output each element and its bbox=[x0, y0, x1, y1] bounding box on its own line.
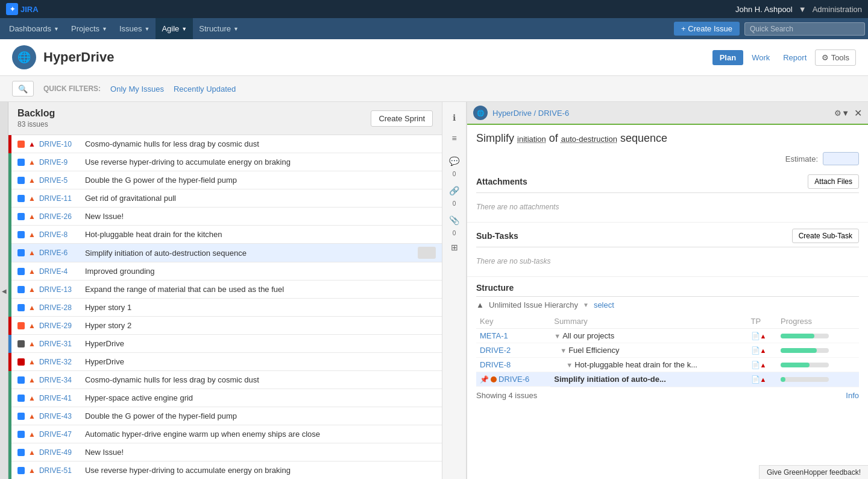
issue-drive-26[interactable]: ▲ DRIVE-26 New Issue! bbox=[11, 208, 442, 226]
info-icon[interactable]: ℹ bbox=[445, 108, 464, 127]
report-button[interactable]: Report bbox=[778, 50, 811, 65]
summary: Double the G power of the hyper-field pu… bbox=[85, 176, 436, 185]
priority-icon: ▲ bbox=[28, 358, 36, 366]
estimate-input[interactable] bbox=[823, 152, 859, 165]
col-progress: Progress bbox=[777, 314, 849, 329]
summary: Hyper story 1 bbox=[85, 303, 436, 312]
page-header-left: 🌐 HyperDrive bbox=[12, 45, 114, 69]
issue-drive-34[interactable]: ▲ DRIVE-34 Cosmo-dynamic hulls for less … bbox=[11, 371, 442, 389]
project-small-icon: 🌐 bbox=[473, 106, 488, 120]
issue-drive-28[interactable]: ▲ DRIVE-28 Hyper story 1 bbox=[11, 299, 442, 317]
summary-drive2: ▼ Fuel Efficiency bbox=[550, 343, 747, 358]
attachment-side-icon[interactable]: 📎 bbox=[445, 211, 464, 230]
issue-drive-6[interactable]: ▲ DRIVE-6 Simplify initiation of auto-de… bbox=[11, 244, 442, 262]
key: DRIVE-49 bbox=[39, 448, 81, 457]
subtasks-title: Sub-Tasks bbox=[476, 231, 518, 241]
key-drive8[interactable]: DRIVE-8 bbox=[480, 360, 511, 369]
issue-drive-9[interactable]: ▲ DRIVE-9 Use reverse hyper-driving to a… bbox=[11, 153, 442, 171]
main-content: ◀ Backlog 83 issues Create Sprint ▲ DRIV… bbox=[0, 102, 868, 479]
link-icon[interactable]: 🔗 bbox=[445, 181, 464, 200]
issue-drive-49[interactable]: ▲ DRIVE-49 New Issue! bbox=[11, 443, 442, 462]
issue-drive-32[interactable]: ▲ DRIVE-32 HyperDrive bbox=[11, 353, 442, 371]
side-icon-panel: ℹ ≡ 💬 0 🔗 0 📎 0 ⊞ bbox=[442, 102, 467, 479]
info-link[interactable]: Info bbox=[846, 391, 859, 400]
user-name[interactable]: John H. Ashpool bbox=[735, 5, 793, 14]
showing-count: Showing 4 issues bbox=[476, 391, 537, 400]
comment-icon[interactable]: 💬 bbox=[445, 151, 464, 171]
table-row: DRIVE-8 ▼ Hot-pluggable heat drain for t… bbox=[476, 358, 859, 372]
issue-drive-47[interactable]: ▲ DRIVE-47 Automatic hyper-drive engine … bbox=[11, 425, 442, 443]
dashboards-arrow: ▼ bbox=[54, 26, 59, 32]
plan-button[interactable]: Plan bbox=[712, 50, 743, 65]
detail-breadcrumb[interactable]: HyperDrive / DRIVE-6 bbox=[492, 109, 569, 118]
issue-drive-5[interactable]: ▲ DRIVE-5 Double the G power of the hype… bbox=[11, 171, 442, 189]
create-issue-button[interactable]: + Create Issue bbox=[674, 22, 740, 36]
feedback-bar[interactable]: Give GreenHopper feedback! bbox=[759, 465, 868, 479]
list-item: ▲ DRIVE-28 Hyper story 1 bbox=[8, 299, 442, 317]
type-icon bbox=[17, 213, 25, 220]
type-icon bbox=[17, 286, 25, 293]
type-icon bbox=[17, 159, 25, 166]
work-button[interactable]: Work bbox=[747, 50, 775, 65]
issue-drive-31[interactable]: ▲ DRIVE-31 HyperDrive bbox=[11, 335, 442, 353]
list-item: ▲ DRIVE-4 Improved grounding bbox=[8, 262, 442, 281]
issue-handle[interactable] bbox=[418, 247, 436, 259]
quick-search-input[interactable] bbox=[744, 22, 865, 36]
description-icon[interactable]: ≡ bbox=[445, 128, 464, 148]
collapse-icon[interactable]: ▲ bbox=[476, 300, 484, 309]
second-nav: Dashboards ▼ Projects ▼ Issues ▼ Agile ▼… bbox=[0, 18, 868, 39]
key-drive6-structure[interactable]: DRIVE-6 bbox=[498, 375, 529, 384]
list-item: ▲ DRIVE-26 New Issue! bbox=[8, 208, 442, 226]
sidebar-toggle[interactable]: ◀ bbox=[0, 102, 8, 479]
priority-icon: ▲ bbox=[28, 394, 36, 402]
jira-logo[interactable]: ✦ JIRA bbox=[6, 3, 39, 15]
project-title: HyperDrive bbox=[43, 49, 114, 65]
settings-icon[interactable]: ⚙▼ bbox=[834, 109, 849, 118]
issue-drive-29[interactable]: ▲ DRIVE-29 Hyper story 2 bbox=[11, 317, 442, 335]
close-icon[interactable]: ✕ bbox=[854, 107, 862, 119]
type-icon bbox=[17, 358, 25, 366]
backlog-title-area: Backlog 83 issues bbox=[17, 108, 55, 128]
logo-icon: ✦ bbox=[6, 3, 18, 15]
issue-drive-13[interactable]: ▲ DRIVE-13 Expand the range of material … bbox=[11, 281, 442, 299]
summary: New Issue! bbox=[85, 448, 436, 457]
attach-files-button[interactable]: Attach Files bbox=[808, 174, 859, 189]
filter-my-issues[interactable]: Only My Issues bbox=[110, 84, 164, 94]
issue-drive-41[interactable]: ▲ DRIVE-41 Hyper-space active engine gri… bbox=[11, 389, 442, 407]
structure-side-icon[interactable]: ⊞ bbox=[445, 238, 464, 257]
nav-issues[interactable]: Issues ▼ bbox=[113, 18, 156, 39]
admin-link[interactable]: Administration bbox=[813, 5, 862, 14]
dropdown-arrow-structure[interactable]: ▼ bbox=[583, 302, 589, 308]
search-box[interactable]: 🔍 bbox=[12, 81, 34, 97]
nav-projects[interactable]: Projects ▼ bbox=[65, 18, 113, 39]
list-item: ▲ DRIVE-11 Get rid of gravitational pull bbox=[8, 189, 442, 208]
create-subtask-button[interactable]: Create Sub-Task bbox=[792, 229, 859, 243]
user-dropdown-arrow[interactable]: ▼ bbox=[799, 5, 807, 14]
detail-header-top: 🌐 HyperDrive / DRIVE-6 ⚙▼ ✕ bbox=[467, 102, 868, 125]
filter-recently-updated[interactable]: Recently Updated bbox=[174, 84, 236, 94]
issue-drive-51[interactable]: ▲ DRIVE-51 Use reverse hyper-driving to … bbox=[11, 462, 442, 479]
detail-breadcrumb-area: 🌐 HyperDrive / DRIVE-6 bbox=[473, 106, 569, 120]
issue-drive-43[interactable]: ▲ DRIVE-43 Double the G power of the hyp… bbox=[11, 407, 442, 425]
key-drive2[interactable]: DRIVE-2 bbox=[480, 346, 511, 355]
nav-agile[interactable]: Agile ▼ bbox=[156, 18, 193, 39]
tools-button[interactable]: ⚙ Tools bbox=[815, 49, 856, 66]
structure-title: Structure bbox=[476, 283, 859, 297]
issue-drive-10[interactable]: ▲ DRIVE-10 Cosmo-dynamic hulls for less … bbox=[11, 135, 442, 153]
issue-drive-8[interactable]: ▲ DRIVE-8 Hot-pluggable heat drain for t… bbox=[11, 226, 442, 244]
project-title-area: HyperDrive bbox=[43, 49, 114, 65]
key: DRIVE-32 bbox=[39, 358, 81, 366]
list-item: ▲ DRIVE-32 HyperDrive bbox=[8, 353, 442, 371]
backlog-count: 83 issues bbox=[17, 120, 55, 128]
create-sprint-button[interactable]: Create Sprint bbox=[371, 110, 433, 127]
select-link[interactable]: select bbox=[594, 300, 614, 309]
nav-dashboards[interactable]: Dashboards ▼ bbox=[3, 18, 65, 39]
key-meta1[interactable]: META-1 bbox=[480, 331, 508, 340]
issue-drive-11[interactable]: ▲ DRIVE-11 Get rid of gravitational pull bbox=[11, 189, 442, 208]
nav-structure[interactable]: Structure ▼ bbox=[193, 18, 245, 39]
page-header: 🌐 HyperDrive Plan Work Report ⚙ Tools bbox=[0, 39, 868, 76]
priority-icon: ▲ bbox=[28, 158, 36, 167]
backlog-header: Backlog 83 issues Create Sprint bbox=[8, 102, 442, 135]
quick-filters-label: QUICK FILTERS: bbox=[43, 84, 101, 93]
issue-drive-4[interactable]: ▲ DRIVE-4 Improved grounding bbox=[11, 262, 442, 281]
